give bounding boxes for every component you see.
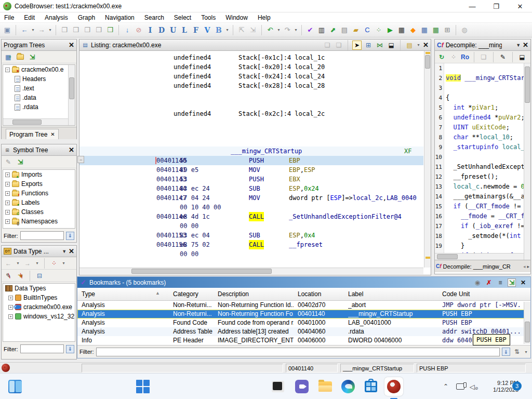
filter-icon[interactable]: ⇓ <box>66 232 74 240</box>
column-header-label[interactable]: Label <box>348 290 363 298</box>
store-icon[interactable] <box>363 379 379 394</box>
label-d-icon[interactable]: D <box>156 25 167 35</box>
column-header-code-unit[interactable]: Code Unit <box>442 290 470 298</box>
expand-icon[interactable]: + <box>8 296 13 300</box>
collapse-icon[interactable]: − <box>5 68 10 72</box>
menu-select[interactable]: Select <box>174 14 191 21</box>
memory-save-icon[interactable]: ❒ <box>105 25 115 35</box>
edit-pencil-icon[interactable]: ✎ <box>4 157 13 167</box>
program-trees-header[interactable]: Program Trees ✕ <box>2 39 76 51</box>
jump-out-icon[interactable]: ⇲ <box>248 25 258 35</box>
conflict-mode-icon[interactable]: ⁘ <box>49 259 59 268</box>
tree-node-root[interactable]: Data Types <box>3 284 75 293</box>
decompile-line[interactable]: 17 if (_iob_exref != <box>435 221 530 231</box>
listing-row[interactable]: 0040114189 e5MOVEBP,ESP <box>79 165 423 175</box>
tree-node-labels[interactable]: +●Labels <box>3 198 75 207</box>
bookmark-row[interactable]: AnalysisAddress TableAddress table[13] c… <box>77 327 530 336</box>
symbol-filter-input[interactable] <box>20 231 64 240</box>
menu-tools[interactable]: Tools <box>201 14 216 21</box>
listing-row[interactable]: 00401156e8 75 02CALL__fpreset <box>79 240 423 249</box>
filter-icon[interactable]: ⇓ <box>502 348 510 356</box>
tree-node-archive[interactable]: +BuiltInTypes <box>3 293 75 302</box>
chevron-down-icon[interactable]: ▾ <box>48 28 52 32</box>
chevron-down-icon[interactable]: ▼ <box>516 43 521 48</box>
label-v-icon[interactable]: V <box>202 25 212 35</box>
label-l-icon[interactable]: L <box>179 25 190 35</box>
world-icon[interactable]: ◍ <box>459 25 470 35</box>
menu-navigation[interactable]: Navigation <box>105 14 135 21</box>
function-table-icon[interactable]: ⊞ <box>442 25 453 35</box>
undo-icon[interactable]: ↶ <box>265 25 275 35</box>
go-to-icon[interactable]: ↓ <box>122 25 132 35</box>
decompile-line[interactable]: 13 local_c.newmode = 0; <box>435 182 530 192</box>
memory-map-3-icon[interactable]: ❒ <box>82 25 92 35</box>
menu-analysis[interactable]: Analysis <box>45 14 68 21</box>
listing-row[interactable]: 00 10 40 00 <box>79 203 423 212</box>
close-icon[interactable]: ✕ <box>69 41 74 49</box>
listing-row[interactable]: undefined4Stack[-0x20]:4 local_20 <box>79 62 423 72</box>
memory-map-1-icon[interactable]: ❒ <box>59 25 70 35</box>
call-tree-icon[interactable]: ⁘ <box>449 52 458 62</box>
widgets-icon[interactable] <box>7 379 23 394</box>
mute-icon[interactable]: ◁⊘ <box>466 379 482 394</box>
decompile-line[interactable]: 11 _SetUnhandledExcepti <box>435 162 530 172</box>
decompile-line[interactable]: 19 } <box>435 241 530 251</box>
call-tree-icon[interactable]: ⁘ <box>374 25 384 35</box>
menu-edit[interactable]: Edit <box>24 14 35 21</box>
listing-row[interactable] <box>79 128 423 137</box>
delete-icon[interactable]: ✗ <box>485 278 493 287</box>
column-header-location[interactable]: Location <box>298 290 321 298</box>
teams-icon[interactable] <box>294 379 310 394</box>
close-icon[interactable]: ✕ <box>508 0 532 12</box>
paste-icon[interactable]: ❏ <box>334 41 343 50</box>
label-u-icon[interactable]: U <box>168 25 178 35</box>
export-program-icon[interactable]: ⬈ <box>328 25 338 35</box>
tree-node[interactable]: Headers <box>3 74 75 84</box>
bookmark-row[interactable]: AnalysisFound CodeFound code from operan… <box>77 318 530 327</box>
memory-map-2-icon[interactable]: ❒ <box>71 25 81 35</box>
expand-icon[interactable]: + <box>5 191 10 196</box>
label-b-icon[interactable]: B <box>214 25 224 35</box>
tree-node-archive[interactable]: +✓crackme0x00.exe <box>3 302 75 312</box>
validate-icon[interactable]: ✔ <box>305 25 315 35</box>
edit-pencil-icon[interactable]: ✎ <box>498 52 508 62</box>
tree-node-functions[interactable]: +fFunctions <box>3 189 75 198</box>
decompile-line[interactable]: 9 _startupinfo local_c <box>435 142 530 152</box>
paste-arrow-icon[interactable]: ⇲ <box>28 52 37 62</box>
column-header-description[interactable]: Description <box>218 290 249 298</box>
listing-body[interactable]: undefined4Stack[-0x1c]:4 local_1cundefin… <box>79 51 431 274</box>
start-button[interactable] <box>135 379 151 394</box>
terminal-icon[interactable] <box>270 379 286 394</box>
memory-map-4-icon[interactable]: ❒ <box>94 25 104 35</box>
save-icon[interactable]: ▣ <box>2 25 12 35</box>
tab-scroll-left-icon[interactable]: ◂ <box>523 264 526 269</box>
tree-node-namespaces[interactable]: +()Namespaces <box>3 217 75 226</box>
close-icon[interactable]: ✕ <box>69 247 74 255</box>
decompile-line[interactable]: 18 _setmode(*(int * <box>435 231 530 241</box>
decompile-line[interactable]: 3 <box>435 83 530 93</box>
decompile-line[interactable]: 2void ___mingw_CRTStart <box>435 73 530 83</box>
decompile-line[interactable]: 4{ <box>435 93 530 103</box>
bookmark-row[interactable]: AnalysisNon-Returni...Non-Returning Func… <box>77 310 530 318</box>
tree-node[interactable]: .rdata <box>3 102 75 112</box>
decompile-body[interactable]: 12void ___mingw_CRTStart34{5 int *piVar1… <box>435 63 530 260</box>
tab-program-tree[interactable]: Program Tree ✕ <box>6 129 59 139</box>
listing-row[interactable]: undefined4Stack[-0x1c]:4 local_1c <box>79 53 423 62</box>
column-header-category[interactable]: Category <box>173 290 198 298</box>
decompile-line[interactable]: 16 __fmode = __CRT_fm <box>435 211 530 221</box>
bookmarks-filter-input[interactable] <box>96 348 500 356</box>
scrollbar[interactable] <box>435 253 524 260</box>
collapse-all-icon[interactable]: ⊟ <box>35 271 44 281</box>
bookmarks-column-headers[interactable]: Type▲CategoryDescriptionLocationLabelCod… <box>77 288 530 301</box>
filter-options-icon[interactable]: ⇅ <box>512 347 522 356</box>
selection-icon[interactable]: ≡ <box>496 278 504 287</box>
listing-row[interactable]: 0040114ee8 4d 1cCALL_SetUnhandledExcepti… <box>79 212 423 221</box>
minimize-icon[interactable]: — <box>460 0 484 12</box>
tree-node-imports[interactable]: +▲Imports <box>3 170 75 179</box>
tree-node-classes[interactable]: +CClasses <box>3 207 75 217</box>
decompile-header[interactable]: Cf Decompile: ___mingw... ▼ ✕ <box>435 39 530 51</box>
table-export-icon[interactable]: ▦ <box>431 25 441 35</box>
restore-icon[interactable]: ❐ <box>484 0 508 12</box>
expand-icon[interactable]: + <box>8 314 13 319</box>
back-icon[interactable]: ← <box>4 259 13 268</box>
